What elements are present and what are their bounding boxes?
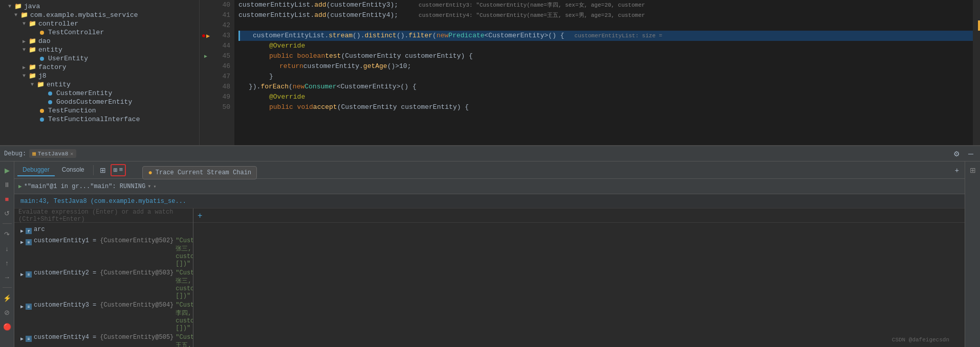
tab-debugger[interactable]: Debugger (17, 164, 55, 176)
sidebar-item-label: com.example.mybatis_service (30, 11, 138, 19)
step-over-button[interactable]: ↷ (2, 228, 13, 240)
class-icon (40, 109, 44, 113)
sidebar-item-label: java (24, 3, 40, 10)
gutter-47 (200, 72, 212, 82)
var-customer1[interactable]: ▶ ≡ customerEntity1 = {CustomerEntity@50… (14, 236, 193, 268)
sidebar-item-entity-nested[interactable]: ▼ 📁 entity (0, 80, 199, 89)
var-customer4[interactable]: ▶ ≡ customerEntity4 = {CustomerEntity@50… (14, 333, 193, 347)
code-line-41: customerEntityList.add(customerEntity4);… (238, 10, 973, 20)
code-lines-area: ● ▶ ▶ 40 41 42 43 44 45 (200, 0, 980, 145)
folder-icon: 📁 (37, 81, 45, 88)
settings-button[interactable]: ⚙ (951, 148, 963, 159)
line-num-46: 46 (212, 61, 230, 72)
sidebar-item-label: TestFunctionalInterface (48, 115, 140, 123)
sidebar-item-label: CustomerEntity (56, 89, 112, 97)
var-expand-arrow[interactable]: ▶ (20, 336, 24, 342)
line-num-47: 47 (212, 72, 230, 82)
sidebar-item-label: entity (38, 46, 62, 54)
step-icon: ▶ (204, 53, 207, 59)
scrollbar-gutter (973, 0, 980, 145)
class-icon (48, 100, 52, 104)
separator (3, 223, 12, 224)
folder-icon: 📁 (29, 63, 36, 71)
debug-body: Evaluate expression (Enter) or add a wat… (14, 209, 965, 347)
var-expand-arrow[interactable]: ▶ (20, 228, 24, 234)
expression-bar[interactable]: Evaluate expression (Enter) or add a wat… (14, 209, 193, 223)
code-content[interactable]: customerEntityList.add(customerEntity3);… (234, 0, 973, 145)
filter-icon[interactable]: ▾ (147, 182, 151, 190)
var-expand-arrow[interactable]: ▶ (20, 271, 24, 277)
sidebar-item-testfunctional[interactable]: TestFunctionalInterface (0, 115, 199, 124)
pause-button[interactable]: ⏸ (2, 179, 13, 190)
stop-button[interactable]: ■ (2, 193, 13, 204)
sidebar-item-label: TestFunction (48, 107, 96, 114)
stream-trace-buttons[interactable]: ⊞ ≡ (111, 164, 126, 176)
sidebar-item-controller[interactable]: ▼ 📁 controller (0, 19, 199, 28)
minimize-button[interactable]: ─ (966, 148, 976, 159)
step-out-button[interactable]: ↑ (2, 257, 13, 268)
debug-tab-testjava8[interactable]: ▦ TestJava8 ✕ (29, 149, 76, 158)
gutter-49 (200, 92, 212, 102)
expand-arrow: ▶ (23, 38, 26, 44)
var-type-icon: ≡ (26, 336, 32, 342)
stack-frame-text: main:43, TestJava8 (com.example.mybatis_… (20, 198, 186, 205)
code-line-48: }).forEach(new Consumer<CustomerEntity>(… (238, 82, 973, 92)
sidebar-item-userentity[interactable]: UserEntity (0, 54, 199, 63)
var-expand-arrow[interactable]: ▶ (20, 304, 24, 310)
expand-arrow: ▶ (23, 64, 26, 71)
sidebar-item-goodscustomerentity[interactable]: GoodsCustomerEntity (0, 98, 199, 106)
expression-placeholder: Evaluate expression (Enter) or add a wat… (18, 209, 189, 223)
expand-arrow: ▼ (14, 12, 17, 18)
expand-arrow: ▼ (31, 82, 34, 87)
debug-header: Debug: ▦ TestJava8 ✕ ⚙ ─ (0, 146, 980, 161)
mute-breakpoints[interactable]: ⊘ (2, 307, 13, 318)
tab-console[interactable]: Console (57, 164, 90, 176)
code-line-47: } (238, 72, 973, 82)
thread-selector: ▶ *"main"@1 in gr..."main": RUNNING ▾ ▾ (14, 179, 965, 194)
expand-view-button[interactable]: ⊞ (967, 165, 978, 176)
run-to-cursor-button[interactable]: → (2, 271, 13, 283)
restart-button[interactable]: ↺ (2, 207, 13, 219)
step-into-button[interactable]: ↓ (2, 243, 13, 254)
tooltip-text: Trace Current Stream Chain (156, 169, 251, 176)
thread-dropdown-arrow[interactable]: ▾ (154, 183, 157, 190)
info-dot: ● (148, 169, 152, 177)
sidebar-item-testfunction[interactable]: TestFunction (0, 106, 199, 115)
expand-arrow: ▼ (23, 21, 26, 27)
sidebar-item-entity[interactable]: ▼ 📁 entity (0, 45, 199, 54)
close-icon[interactable]: ✕ (70, 151, 73, 157)
sidebar-item-service[interactable]: ▼ 📁 com.example.mybatis_service (0, 11, 199, 19)
gutter-50 (200, 102, 212, 112)
code-line-40: customerEntityList.add(customerEntity3);… (238, 0, 973, 10)
gutter-44 (200, 41, 212, 51)
var-customer3[interactable]: ▶ ≡ customerEntity3 = {CustomerEntity@50… (14, 300, 193, 333)
add-watch-plus-button[interactable]: + (198, 211, 202, 220)
debug-label: Debug: (4, 150, 26, 157)
sidebar-item-factory[interactable]: ▶ 📁 factory (0, 63, 199, 72)
sidebar-item-label: UserEntity (48, 55, 88, 62)
evaluate-button[interactable]: ⚡ (2, 292, 13, 304)
class-icon (40, 57, 44, 61)
code-line-43: customerEntityList.stream().distinct().f… (238, 31, 973, 41)
stack-frame-item[interactable]: main:43, TestJava8 (com.example.mybatis_… (14, 194, 965, 209)
left-debug-toolbar: ▶ ⏸ ■ ↺ ↷ ↓ ↑ → ⚡ ⊘ 🔴 (0, 161, 14, 347)
sidebar-item-j8[interactable]: ▼ 📁 j8 (0, 72, 199, 80)
code-line-50: public void accept (CustomerEntity custo… (238, 102, 973, 112)
sidebar-item-testcontroller[interactable]: TestController (0, 28, 199, 37)
debug-main-content: ▶ ⏸ ■ ↺ ↷ ↓ ↑ → ⚡ ⊘ 🔴 Debugger Console ⊞ (0, 161, 980, 347)
sidebar-item-customerentity[interactable]: CustomerEntity (0, 89, 199, 98)
sidebar-item-dao[interactable]: ▶ 📁 dao (0, 37, 199, 45)
var-arc[interactable]: ▶ f arc (14, 225, 193, 236)
resume-button[interactable]: ▶ (2, 165, 13, 176)
debug-title: Debug: ▦ TestJava8 ✕ (4, 149, 76, 158)
var-expand-arrow[interactable]: ▶ (20, 239, 24, 245)
list-icon: ≡ (119, 166, 123, 174)
restore-layout-button[interactable]: ⊞ (97, 165, 108, 176)
breakpoints-button[interactable]: 🔴 (2, 321, 13, 332)
folder-icon: 📁 (20, 11, 28, 19)
add-watch-button[interactable]: + (952, 165, 962, 176)
sidebar-item-java[interactable]: ▼ 📁 java (0, 2, 199, 11)
toolbar-separator (93, 165, 94, 175)
watches-toolbar: + (193, 209, 965, 223)
var-customer2[interactable]: ▶ ≡ customerEntity2 = {CustomerEntity@50… (14, 268, 193, 300)
